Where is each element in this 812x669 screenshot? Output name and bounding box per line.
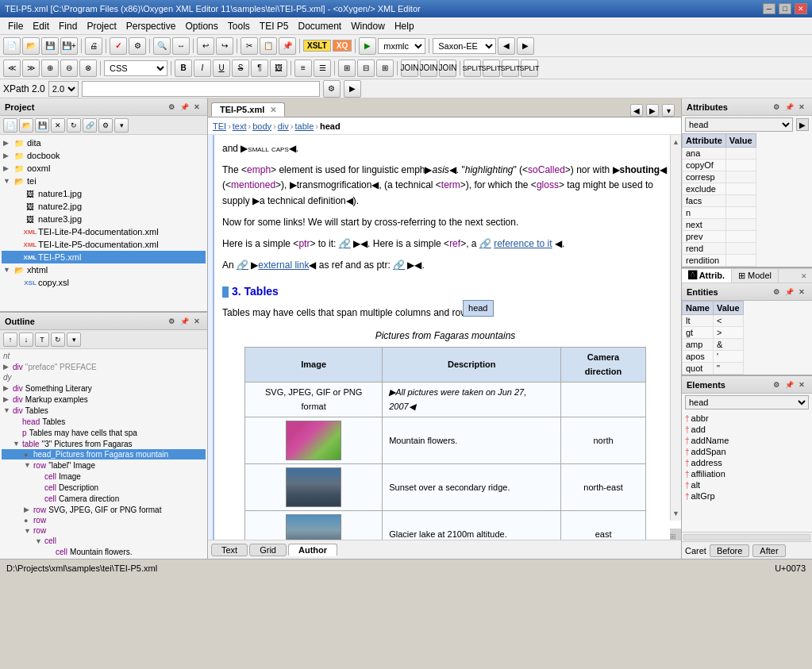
after-button[interactable]: After [752,544,785,557]
strike-button[interactable]: S [232,60,249,77]
attrs-row[interactable]: ana [683,148,756,160]
outline-down[interactable]: ↓ [19,333,33,347]
tree-item-copy-xsl[interactable]: XSL copy.xsl [2,276,206,289]
menu-item-tools[interactable]: Tools [223,19,255,33]
elements-close-icon[interactable]: ✕ [796,379,807,390]
underline-button[interactable]: U [213,60,230,77]
tree-item-xhtml[interactable]: ▼📂 xhtml [2,263,206,276]
breadcrumb-tei[interactable]: TEI [213,121,226,131]
outline-item-div-preface[interactable]: ▶ div "preface" PREFACE [2,361,206,372]
element-item[interactable]: †address [683,457,810,468]
outline-item-nt[interactable]: nt [2,351,206,361]
attrs-row[interactable]: prev [683,231,756,243]
attrs-row[interactable]: rend [683,243,756,255]
proj-link[interactable]: 🔗 [83,118,97,133]
outline-item-cell-desc[interactable]: cell Description [2,482,206,493]
tab-text[interactable]: Text [211,544,248,556]
outline-up[interactable]: ↑ [3,333,17,347]
entities-close-icon[interactable]: ✕ [796,286,807,298]
open-button[interactable]: 📂 [22,37,40,55]
editor-scrollbar[interactable]: ▲ ▼ [670,135,681,521]
replace-button[interactable]: ↔ [172,37,190,55]
proj-more[interactable]: ▾ [114,118,129,133]
menu-item-project[interactable]: Project [82,19,121,33]
outline-item-p-tables[interactable]: p Tables may have cells that spa [2,427,206,438]
image-button[interactable]: 🖼 [270,60,287,77]
outline-item-div-literary[interactable]: ▶ div Something Literary [2,383,206,394]
tree-item-tei-p4[interactable]: XML TEI-Lite-P4-documentation.xml [2,225,206,238]
tb2-btn1[interactable]: ≪ [3,60,21,77]
entity-row[interactable]: gt> [683,327,744,339]
paste-button[interactable]: 📌 [279,37,296,55]
tb2-btn4[interactable]: ⊖ [60,60,78,77]
entity-row[interactable]: amp& [683,339,744,351]
row-button[interactable]: ⊟ [357,60,375,77]
minimize-button[interactable]: ─ [763,3,775,14]
outline-item-dy[interactable]: dy [2,372,206,383]
tb2-btn5[interactable]: ⊗ [79,60,97,77]
project-pin-icon[interactable]: 📌 [179,102,190,113]
tree-item-tei-p5[interactable]: XML TEI-P5.xml [2,251,206,263]
proj-settings[interactable]: ⚙ [98,118,113,133]
tree-item-nature3[interactable]: 🖼 nature3.jpg [2,213,206,225]
menu-item-document[interactable]: Document [294,19,347,33]
attrs-close-icon[interactable]: ✕ [796,102,807,113]
attr-value-cell[interactable] [725,207,756,219]
outline-text[interactable]: T [35,333,49,347]
xpath-input[interactable] [82,81,320,97]
breadcrumb-table[interactable]: table [294,121,314,131]
attr-value-cell[interactable] [725,219,756,231]
attrs-row[interactable]: rendition [683,255,756,267]
breadcrumb-head[interactable]: head [320,121,341,131]
attr-value-cell[interactable] [725,243,756,255]
attr-value-cell[interactable] [725,160,756,171]
table-button[interactable]: ⊞ [338,60,356,77]
tree-item-nature2[interactable]: 🖼 nature2.jpg [2,200,206,213]
scroll-down-icon[interactable]: ▼ [672,508,679,519]
list2-button[interactable]: ☰ [314,60,331,77]
tree-item-docbook[interactable]: ▶📁 docbook [2,149,206,162]
elements-select[interactable]: head [685,395,809,409]
attrs-row[interactable]: corresp [683,171,756,183]
proj-new[interactable]: 📄 [3,118,17,133]
nav-back[interactable]: ◀ [498,37,515,55]
nav-forward[interactable]: ▶ [517,37,534,55]
entities-pin-icon[interactable]: 📌 [783,286,795,298]
proj-open[interactable]: 📂 [19,118,33,133]
outline-item-cell-north[interactable]: cell north [2,557,206,559]
element-item[interactable]: †altGrp [683,490,810,502]
proj-remove[interactable]: ✕ [51,118,65,133]
element-item[interactable]: †abbr [683,413,810,424]
tab-author[interactable]: Author [288,544,337,556]
menu-item-help[interactable]: Help [390,19,419,33]
project-settings-icon[interactable]: ⚙ [166,102,177,113]
tabs-close-icon[interactable]: ✕ [801,269,812,283]
outline-close-icon[interactable]: ✕ [191,316,202,327]
xpath-execute[interactable]: ▶ [344,80,361,98]
outline-item-div-markup[interactable]: ▶ div Markup examples [2,394,206,405]
breadcrumb-text[interactable]: text [233,121,247,131]
tab-attrib[interactable]: 🅰 Attrib. [682,269,732,283]
outline-item-cell-empty[interactable]: ▼ cell [2,536,206,546]
attr-value-cell[interactable] [725,148,756,160]
outline-item-table-3[interactable]: ▼ table "3" Pictures from Fagaras [2,438,206,449]
attr-value-cell[interactable] [725,255,756,267]
elements-settings-icon[interactable]: ⚙ [771,379,782,390]
cut-button[interactable]: ✂ [241,37,258,55]
xslt-button[interactable]: XSLT [303,40,331,52]
entities-settings-icon[interactable]: ⚙ [771,286,782,298]
proj-save[interactable]: 💾 [35,118,49,133]
attrs-pin-icon[interactable]: 📌 [783,102,795,113]
split1-button[interactable]: SPLIT [464,60,481,77]
element-item[interactable]: †affiliation [683,468,810,479]
entity-row[interactable]: lt< [683,315,744,327]
outline-item-row-label[interactable]: ▼ row "label" Image [2,459,206,471]
bold-button[interactable]: B [175,60,192,77]
attrs-element-select[interactable]: head [685,117,793,132]
tab-list[interactable]: ▾ [662,104,675,117]
list1-button[interactable]: ≡ [294,60,312,77]
outline-item-row-1[interactable]: ● row [2,515,206,525]
join2-button[interactable]: JOIN [420,60,437,77]
xpath-settings[interactable]: ⚙ [323,80,341,98]
save-button[interactable]: 💾 [41,37,59,55]
